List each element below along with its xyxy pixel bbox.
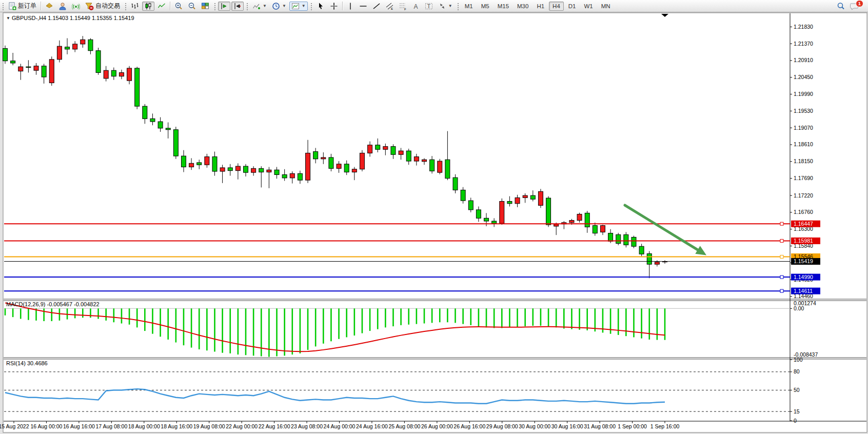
auto-scroll-button[interactable] (218, 2, 230, 11)
candle (368, 145, 372, 153)
candle (422, 160, 426, 162)
text-icon: A (412, 2, 420, 10)
arrows-button[interactable]: ▼ (436, 2, 455, 11)
timeframe-h4[interactable]: H4 (549, 2, 564, 11)
timeframe-h1[interactable]: H1 (533, 2, 548, 11)
candle (96, 51, 101, 73)
candle (577, 214, 582, 220)
candle (282, 174, 287, 177)
periods-clock-icon (272, 2, 280, 10)
svg-text:1.20450: 1.20450 (794, 74, 813, 80)
svg-text:18 Aug 00:00: 18 Aug 00:00 (128, 423, 160, 429)
svg-text:22 Aug 16:00: 22 Aug 16:00 (259, 423, 290, 429)
search-icon (837, 2, 845, 10)
search-button[interactable] (835, 2, 847, 11)
candle (399, 151, 403, 154)
oneclick-dropdown-icon[interactable]: ▼ (6, 16, 10, 21)
svg-text:30 Aug 00:00: 30 Aug 00:00 (519, 423, 550, 429)
svg-text:26 Aug 00:00: 26 Aug 00:00 (421, 423, 453, 429)
line-chart-button[interactable] (155, 2, 168, 11)
candle (150, 119, 155, 122)
chart-shift-button[interactable] (231, 2, 244, 11)
chart-shift-icon (233, 2, 242, 10)
chat-button[interactable]: 1 (848, 2, 861, 11)
candle (298, 173, 302, 180)
cursor-button[interactable] (314, 2, 327, 11)
svg-text:1.15981: 1.15981 (794, 238, 813, 244)
zoom-out-button[interactable] (186, 2, 198, 11)
svg-text:1.17690: 1.17690 (794, 175, 813, 181)
candle (337, 164, 341, 169)
svg-text:1.14611: 1.14611 (794, 288, 813, 294)
candle (166, 128, 170, 130)
bar-chart-button[interactable] (129, 2, 141, 11)
candle (143, 106, 147, 119)
candle (445, 160, 450, 178)
svg-text:100: 100 (794, 357, 803, 363)
indicators-button[interactable]: ▼ (250, 2, 269, 11)
candle (329, 157, 333, 168)
candle (655, 262, 659, 264)
trendline-icon (372, 2, 381, 10)
svg-text:26 Aug 16:00: 26 Aug 16:00 (453, 423, 485, 429)
tile-windows-button[interactable] (199, 2, 211, 11)
candle (81, 40, 85, 44)
svg-text:0.00: 0.00 (794, 305, 804, 311)
text-label-button[interactable]: T (423, 2, 435, 11)
timeframe-m1[interactable]: M1 (461, 2, 477, 11)
new-order-button[interactable]: 新订单 (6, 2, 38, 11)
candle (158, 122, 163, 128)
timeframe-m30[interactable]: M30 (514, 2, 532, 11)
svg-text:22 Aug 00:00: 22 Aug 00:00 (226, 423, 258, 429)
candlestick-chart-button[interactable] (142, 2, 154, 11)
candle (507, 202, 512, 204)
timeframe-m15[interactable]: M15 (494, 2, 512, 11)
candle (228, 168, 232, 171)
svg-text:24 Aug 16:00: 24 Aug 16:00 (356, 423, 388, 429)
candle (585, 213, 589, 227)
toolbar-grip[interactable] (2, 2, 4, 10)
fibonacci-button[interactable]: F (397, 2, 409, 11)
periods-button[interactable]: ▼ (270, 2, 288, 11)
chart-canvas[interactable]: 1.218301.213701.209101.204501.199901.195… (0, 0, 868, 434)
candle (73, 44, 77, 49)
svg-text:25 Aug 08:00: 25 Aug 08:00 (388, 423, 420, 429)
auto-trading-icon (85, 2, 94, 10)
line-chart-icon (157, 2, 166, 10)
profile-button[interactable] (56, 2, 69, 11)
candle (344, 164, 349, 172)
svg-text:1.19990: 1.19990 (794, 91, 813, 97)
timeframe-m5[interactable]: M5 (478, 2, 493, 11)
candle (383, 147, 388, 150)
zoom-in-button[interactable] (172, 2, 185, 11)
metaeditor-button[interactable] (43, 2, 55, 11)
candle (632, 237, 636, 246)
rsi-name: RSI(14) (6, 360, 26, 366)
svg-text:1.16447: 1.16447 (794, 221, 813, 227)
horizontal-line-button[interactable] (357, 2, 369, 11)
candle (251, 168, 256, 172)
candle (546, 198, 551, 225)
auto-trading-button[interactable]: 自动交易 (83, 2, 122, 11)
candle (173, 130, 178, 156)
candle (34, 66, 38, 71)
candle (189, 163, 194, 167)
auto-scroll-icon (220, 2, 228, 10)
candle (639, 246, 644, 254)
signals-button[interactable] (70, 2, 82, 11)
vertical-line-button[interactable] (345, 2, 356, 11)
timeframe-d1[interactable]: D1 (565, 2, 580, 11)
svg-text:1.21830: 1.21830 (794, 24, 813, 30)
profile-icon (58, 2, 67, 10)
svg-text:31 Aug 08:00: 31 Aug 08:00 (584, 423, 616, 429)
templates-button[interactable]: ▼ (289, 2, 308, 11)
crosshair-button[interactable] (328, 2, 340, 11)
equidistant-channel-button[interactable]: E (384, 2, 396, 11)
timeframe-mn[interactable]: MN (598, 2, 614, 11)
candle (523, 195, 527, 198)
trendline-button[interactable] (370, 2, 383, 11)
text-button[interactable]: A (410, 2, 422, 11)
new-order-icon (8, 2, 16, 10)
timeframe-w1[interactable]: W1 (581, 2, 597, 11)
candle (119, 73, 124, 76)
